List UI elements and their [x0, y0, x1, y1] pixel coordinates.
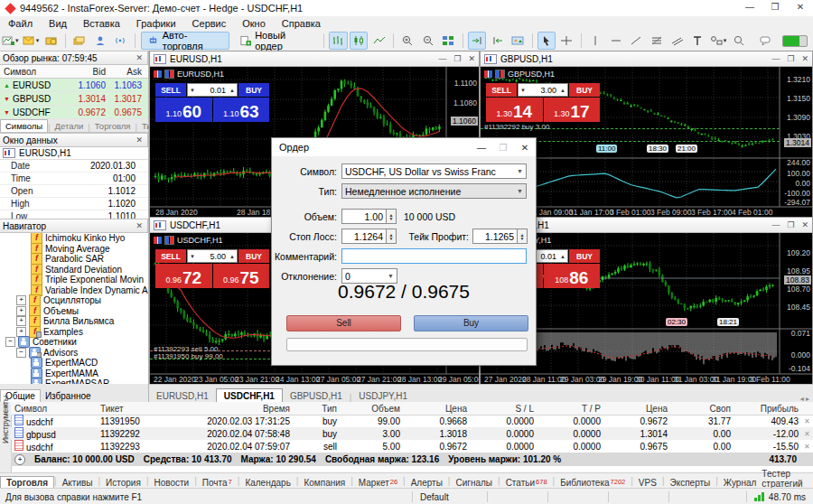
- column-symbol[interactable]: Символ: [0, 67, 67, 77]
- chart-maximize-button[interactable]: ❐: [787, 54, 794, 63]
- menu-item-5[interactable]: Сервис: [184, 18, 235, 29]
- column-ask[interactable]: Ask: [106, 67, 145, 77]
- market-watch-row[interactable]: ▼GBPUSD1.30141.3017: [0, 92, 148, 106]
- navigator-tab-favorites[interactable]: Избранное: [41, 390, 96, 402]
- connection-status[interactable]: 48.70 ms: [746, 491, 813, 502]
- collapse-minus-icon[interactable]: −: [16, 348, 26, 358]
- expand-plus-icon[interactable]: +: [16, 306, 26, 316]
- navigator-item[interactable]: fTriple Exponential Movin: [0, 275, 148, 285]
- tile-windows-button[interactable]: [439, 32, 458, 50]
- navigator-item[interactable]: +fБилла Вильямса: [0, 316, 148, 327]
- one-click-sell-button[interactable]: SELL: [155, 249, 186, 263]
- market-watch-row[interactable]: ▲EURUSD1.10601.1063: [0, 79, 148, 92]
- toolbox-vertical-tab[interactable]: Инструменты: [1, 396, 10, 443]
- close-position-icon[interactable]: ✕: [802, 417, 810, 425]
- navigator-item[interactable]: fParabolic SAR: [0, 254, 148, 265]
- trade-row[interactable]: usdchf113919502020.02.03 17:31:25buy99.0…: [11, 415, 813, 427]
- market-watch-row[interactable]: ▼USDCHF0.96720.9675: [0, 106, 148, 119]
- line-chart-button[interactable]: [369, 32, 388, 50]
- navigator-item[interactable]: ExpertMACD: [0, 358, 148, 369]
- order-type-select[interactable]: Немедленное исполнение▼: [341, 183, 527, 199]
- trend-line-tool[interactable]: [627, 32, 646, 50]
- one-click-sell-button[interactable]: SELL: [486, 83, 517, 97]
- chart-close-button[interactable]: ✕: [801, 220, 808, 229]
- status-profile[interactable]: Default: [412, 491, 487, 502]
- close-position-icon[interactable]: ✕: [802, 443, 810, 451]
- text-tool[interactable]: [688, 32, 707, 50]
- navigator-item[interactable]: fMoving Average: [0, 244, 148, 255]
- chart-shift-button[interactable]: [488, 32, 507, 50]
- bid-price-display[interactable]: 1.1060: [155, 98, 212, 122]
- column-header-7[interactable]: S / L: [471, 404, 537, 414]
- navigator-item[interactable]: −Советники: [0, 337, 148, 348]
- column-header-2[interactable]: Тикет: [97, 404, 176, 414]
- bid-price-display[interactable]: 1.3014: [486, 98, 543, 122]
- one-click-buy-button[interactable]: BUY: [238, 249, 269, 263]
- objects-button[interactable]: [509, 32, 528, 50]
- ask-price-display[interactable]: 10886: [544, 264, 601, 288]
- stepper-down-icon[interactable]: ▼: [519, 88, 528, 93]
- channel-tool[interactable]: [668, 32, 687, 50]
- trade-row[interactable]: gbpusd113922922020.02.04 07:58:48buy3.00…: [11, 427, 813, 440]
- maximize-button[interactable]: ❐: [762, 0, 788, 16]
- fibonacci-tool[interactable]: [648, 32, 667, 50]
- navigator-item[interactable]: +fОбъемы: [0, 306, 148, 317]
- navigator-item[interactable]: fIchimoku Kinko Hyo: [0, 233, 148, 244]
- market-watch-tab-торговля[interactable]: Торговля: [90, 120, 136, 132]
- close-position-icon[interactable]: ✕: [802, 430, 810, 438]
- accounts-button[interactable]: [42, 32, 61, 50]
- crosshair-tool-button[interactable]: [557, 32, 576, 50]
- chart-tab-usdjpyh1[interactable]: USDJPY,H1: [351, 389, 415, 403]
- expand-plus-icon[interactable]: +: [16, 327, 26, 337]
- volume-stepper[interactable]: ▼0.01▲: [187, 83, 238, 97]
- community-button[interactable]: [91, 32, 110, 50]
- comment-input[interactable]: [341, 248, 527, 264]
- volume-spinner[interactable]: ▲▼: [387, 209, 397, 224]
- stepper-up-icon[interactable]: ▲: [558, 254, 567, 259]
- ask-price-display[interactable]: 1.3017: [544, 98, 601, 122]
- chart-minimize-button[interactable]: —: [771, 54, 780, 63]
- stoploss-input[interactable]: 1.1264: [341, 229, 387, 244]
- chart-close-button[interactable]: ✕: [468, 54, 475, 63]
- new-chart-button[interactable]: ▾: [1, 32, 20, 50]
- column-header-6[interactable]: Цена: [404, 404, 471, 414]
- chat-icon[interactable]: [756, 32, 776, 50]
- chart-maximize-button[interactable]: ❐: [453, 54, 461, 63]
- column-header-10[interactable]: Своп: [671, 404, 734, 414]
- stepper-down-icon[interactable]: ▼: [188, 88, 197, 93]
- stepper-up-icon[interactable]: ▲: [558, 88, 567, 93]
- navigator-close-icon[interactable]: ✕: [134, 221, 145, 230]
- bid-price-display[interactable]: 0.9672: [155, 264, 212, 288]
- column-header-3[interactable]: Время: [176, 404, 294, 414]
- column-header-4[interactable]: Тип: [294, 404, 341, 414]
- one-click-buy-button[interactable]: BUY: [238, 83, 269, 97]
- column-header-9[interactable]: Цена: [604, 404, 671, 414]
- sell-button[interactable]: Sell: [286, 315, 401, 331]
- volume-stepper[interactable]: ▼3.00▲: [518, 83, 568, 97]
- vertical-line-tool[interactable]: [586, 32, 605, 50]
- expand-plus-icon[interactable]: +: [16, 316, 26, 326]
- menu-item-7[interactable]: Справка: [274, 18, 329, 29]
- column-header-11[interactable]: Прибыль: [734, 404, 802, 414]
- market-watch-tab-символы[interactable]: Символы: [0, 119, 48, 132]
- stoploss-spinner[interactable]: ▲▼: [387, 229, 397, 244]
- one-click-buy-button[interactable]: BUY: [569, 249, 600, 263]
- column-header-8[interactable]: T / P: [537, 404, 604, 414]
- minimize-button[interactable]: —: [737, 0, 762, 16]
- volume-input[interactable]: 1.00: [341, 209, 387, 224]
- strategy-tester-link[interactable]: Тестер стратегий: [762, 469, 813, 489]
- market-watch-tab-детали[interactable]: Детали: [51, 120, 89, 132]
- signals-button[interactable]: [111, 32, 130, 50]
- zoom-in-button[interactable]: [398, 32, 417, 50]
- toolbox-tab-1[interactable]: Торговля: [0, 476, 54, 489]
- volume-stepper[interactable]: ▼5.00▲: [187, 249, 238, 263]
- chart-tab-usdchfh1[interactable]: USDCHF,H1: [216, 388, 283, 403]
- chart-close-button[interactable]: ✕: [801, 54, 808, 63]
- quotes-button[interactable]: [70, 32, 89, 50]
- cursor-tool-button[interactable]: [537, 32, 556, 50]
- chart-maximize-button[interactable]: ❐: [787, 220, 794, 229]
- trade-row[interactable]: usdchf113922932020.02.04 07:59:07sell5.0…: [11, 440, 813, 453]
- dialog-minimize-button[interactable]: —: [471, 143, 492, 153]
- expand-plus-icon[interactable]: +: [16, 295, 26, 305]
- collapse-minus-icon[interactable]: −: [5, 337, 15, 347]
